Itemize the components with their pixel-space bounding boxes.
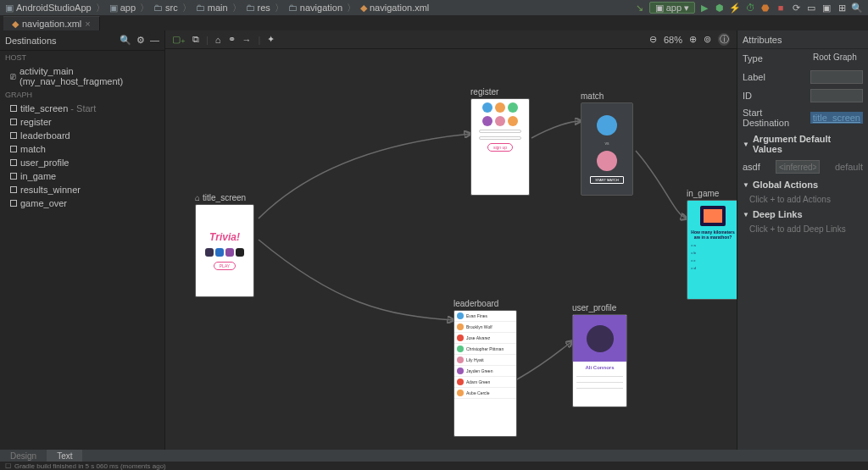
status-bar: ☐Gradle build finished in 5 s 060 ms (mo… [0, 462, 868, 470]
tab-label: navigation.xml [22, 19, 81, 29]
start-dest-label: Start Destination [743, 108, 807, 128]
avatar-icon [587, 325, 614, 352]
crumb-res[interactable]: 🗀res [246, 3, 270, 13]
tab-text[interactable]: Text [47, 450, 82, 462]
node-in-game[interactable]: in_game How many kilometers are in a mar… [687, 189, 737, 300]
decor-shapes [205, 248, 244, 257]
tab-design[interactable]: Design [0, 450, 47, 462]
crumb-main[interactable]: 🗀main [196, 3, 228, 13]
dest-item-leaderboard[interactable]: leaderboard [0, 129, 164, 142]
fragment-icon [10, 159, 17, 166]
folder-icon: 🗀 [246, 3, 255, 13]
host-item[interactable]: ⎚activity_main (my_nav_host_fragment) [0, 64, 164, 88]
deep-links-section[interactable]: Deep Links [737, 206, 868, 223]
editor-tabs: ◆ navigation.xml × [0, 15, 868, 30]
deeplinks-hint: Click + to add Deep Links [737, 223, 868, 235]
run-config-selector[interactable]: ▣ app ▾ [649, 2, 695, 14]
dest-item-register[interactable]: register [0, 115, 164, 129]
arg-key: asdf [743, 162, 760, 172]
dest-item-in-game[interactable]: in_game [0, 169, 164, 183]
node-match[interactable]: match vs START MATCH [581, 91, 633, 196]
global-actions-section[interactable]: Global Actions [737, 176, 868, 193]
search-icon[interactable]: 🔍 [851, 2, 863, 14]
fragment-icon [10, 186, 17, 193]
crumb-app[interactable]: ▣app [109, 3, 136, 14]
attributes-title: Attributes [743, 35, 782, 45]
avd-icon[interactable]: ▭ [805, 2, 817, 14]
fragment-icon [10, 173, 17, 180]
trivia-logo: Trivia! [209, 231, 240, 243]
type-value: Root Graph [810, 52, 863, 65]
node-user-profile[interactable]: user_profile Ali Connors [572, 303, 627, 407]
new-destination-icon[interactable]: ▢₊ [172, 34, 186, 45]
folder-icon: 🗀 [288, 3, 298, 13]
auto-arrange-icon[interactable]: ✦ [267, 34, 275, 45]
close-icon[interactable]: × [85, 19, 90, 29]
destinations-panel: Destinations 🔍 ⚙ — HOST ⎚activity_main (… [0, 30, 165, 450]
arg-defaults-section[interactable]: Argument Default Values [737, 130, 868, 158]
play-button: PLAY [214, 262, 236, 270]
crumb-file[interactable]: ◆navigation.xml [360, 3, 429, 14]
crumb-src[interactable]: 🗀src [153, 3, 178, 13]
dest-item-results-winner[interactable]: results_winner [0, 183, 164, 196]
pan-icon[interactable]: ⓘ [718, 33, 730, 46]
dest-item-title-screen[interactable]: title_screen - Start [0, 102, 164, 115]
type-label: Type [743, 53, 763, 64]
sdk-icon[interactable]: ▣ [821, 2, 832, 14]
actions-hint: Click + to add Actions [737, 193, 868, 206]
attributes-panel: Attributes TypeRoot Graph Label ID Start… [737, 30, 868, 450]
node-leaderboard[interactable]: leaderboard Evan Fines Brooklyn Wolf Jos… [453, 299, 517, 437]
nav-canvas[interactable]: ⌂title_screen Trivia! PLAY register sign… [165, 49, 737, 450]
tab-navigation-xml[interactable]: ◆ navigation.xml × [3, 16, 100, 30]
dest-item-user-profile[interactable]: user_profile [0, 156, 164, 169]
apply-changes-icon[interactable]: ⚡ [729, 2, 741, 14]
arg-value-input[interactable] [776, 160, 820, 174]
xml-icon: ◆ [12, 19, 19, 30]
stop-icon[interactable]: ■ [775, 2, 787, 14]
project-icon: ▣ [5, 3, 14, 14]
make-icon[interactable]: ↘ [634, 2, 646, 14]
fragment-icon [10, 105, 17, 112]
fragment-icon [10, 200, 17, 207]
debug-icon[interactable]: ⬢ [714, 2, 726, 14]
crumb-navfolder[interactable]: 🗀navigation [288, 3, 342, 13]
deeplink-icon[interactable]: ⚭ [228, 34, 236, 45]
folder-icon: 🗀 [153, 3, 163, 13]
fragment-icon [10, 132, 17, 139]
dest-item-game-over[interactable]: game_over [0, 196, 164, 210]
node-title-screen[interactable]: ⌂title_screen Trivia! PLAY [195, 193, 254, 297]
graph-section-label: GRAPH [0, 88, 164, 102]
start-dest-value[interactable]: title_screen [810, 112, 863, 124]
crumb-project[interactable]: ▣AndroidStudioApp [5, 3, 92, 14]
structure-icon[interactable]: ⊞ [836, 2, 848, 14]
action-icon[interactable]: → [242, 35, 252, 45]
signup-button: sign up [487, 143, 513, 152]
zoom-fit-icon[interactable]: ⊚ [704, 34, 711, 45]
host-section-label: HOST [0, 51, 164, 64]
node-register[interactable]: register sign up [470, 87, 530, 196]
home-icon[interactable]: ⌂ [215, 35, 221, 45]
search-icon[interactable]: 🔍 [120, 35, 131, 46]
id-input[interactable] [810, 89, 863, 102]
fragment-icon [10, 146, 17, 152]
module-icon: ▣ [109, 3, 118, 14]
zoom-out-icon[interactable]: ⊖ [649, 34, 657, 45]
tv-icon [700, 206, 726, 226]
activity-icon: ⎚ [10, 71, 16, 81]
nested-graph-icon[interactable]: ⧉ [192, 34, 199, 45]
label-input[interactable] [810, 70, 863, 84]
zoom-in-icon[interactable]: ⊕ [689, 34, 697, 45]
attach-icon[interactable]: ⬣ [760, 2, 771, 14]
destinations-title: Destinations [5, 36, 57, 46]
nav-editor: ▢₊ ⧉ | ⌂ ⚭ → | ✦ ⊖ 68% ⊕ ⊚ ⓘ [165, 30, 737, 450]
folder-icon: 🗀 [196, 3, 205, 13]
dest-item-match[interactable]: match [0, 142, 164, 156]
run-icon[interactable]: ▶ [698, 2, 710, 14]
home-icon: ⌂ [195, 193, 200, 202]
sync-icon[interactable]: ⟳ [790, 2, 802, 14]
profile-icon[interactable]: ⏱ [744, 2, 756, 14]
start-match-button: START MATCH [590, 176, 624, 184]
gear-icon[interactable]: ⚙ [136, 35, 145, 46]
collapse-icon[interactable]: — [150, 35, 159, 46]
xml-icon: ◆ [360, 3, 367, 14]
